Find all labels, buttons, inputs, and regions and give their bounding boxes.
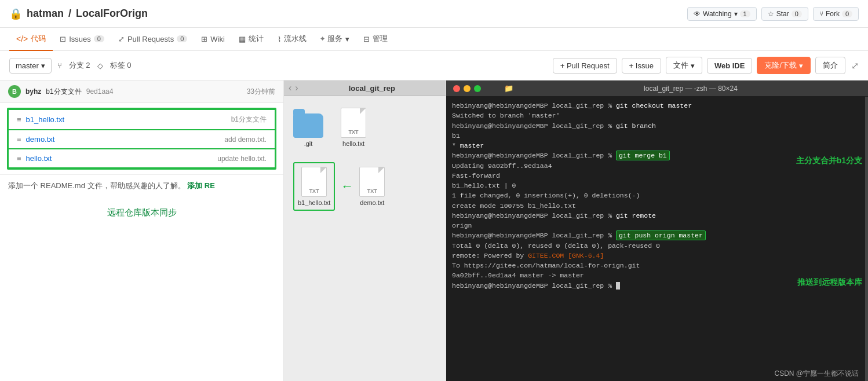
annotation-merge: 主分支合并b1分支	[796, 156, 862, 166]
services-dropdown-icon: ▾	[345, 35, 349, 43]
issue-button[interactable]: + Issue	[622, 58, 661, 74]
minimize-button[interactable]	[464, 85, 471, 92]
file-commit-msg: add demo.txt.	[101, 135, 267, 144]
clone-label: 克隆/下载	[764, 60, 797, 71]
pipeline-icon: ⌇	[278, 35, 281, 43]
tab-wiki-label: Wiki	[210, 35, 225, 43]
star-label: Star	[776, 10, 789, 18]
finder-item-git[interactable]: .git	[293, 113, 323, 147]
finder-item-hello[interactable]: TXT hello.txt	[341, 108, 366, 147]
pull-request-button[interactable]: + Pull Request	[553, 58, 617, 74]
file-dropdown-icon: ▾	[691, 61, 695, 70]
commit-hash: 9ed1aa4	[86, 87, 114, 96]
readme-bar: 添加一个 README.md 文件，帮助感兴趣的人了解。 添加 RE	[0, 174, 283, 197]
txt-file-icon-demo: TXT	[359, 167, 385, 197]
main-content: B byhz b1分支文件 9ed1aa4 33分钟前 ≡ b1_hello.t…	[0, 80, 868, 381]
finder-item-label-git: .git	[304, 140, 313, 147]
tab-code[interactable]: </> 代码	[9, 28, 53, 51]
file-item-hello[interactable]: ≡ hello.txt update hello.txt.	[8, 149, 275, 168]
webide-button[interactable]: Web IDE	[707, 58, 753, 74]
file-button[interactable]: 文件 ▾	[666, 57, 702, 74]
tab-code-label: 代码	[31, 34, 46, 44]
watching-label: Watching	[703, 10, 732, 18]
clone-button[interactable]: 克隆/下载 ▾	[757, 57, 811, 74]
tab-wiki[interactable]: ⊞ Wiki	[194, 29, 232, 50]
terminal-body[interactable]: hebinyang@hebinyangdeMBP local_git_rep %…	[446, 96, 868, 381]
nav-tabs: </> 代码 ⊡ Issues 0 ⤢ Pull Requests 0 ⊞ Wi…	[0, 28, 868, 51]
tag-icon: ◇	[97, 61, 103, 70]
fork-button[interactable]: ⑂ Fork 0	[813, 7, 859, 21]
tab-manage-label: 管理	[373, 34, 388, 44]
repo-name[interactable]: LocalForOrign	[76, 8, 148, 20]
file-name: b1_hello.txt	[26, 115, 101, 124]
finder-panel: ‹ › local_git_rep .git TXT hello.txt	[284, 80, 446, 381]
tab-manage[interactable]: ⊟ 管理	[356, 28, 395, 51]
file-item-demo[interactable]: ≡ demo.txt add demo.txt.	[8, 130, 275, 149]
fork-icon: ⑂	[819, 10, 823, 18]
toolbar-right: + Pull Request + Issue 文件 ▾ Web IDE 克隆/下…	[553, 57, 845, 74]
finder-item-b1hello[interactable]: TXT b1_hello.txt	[293, 162, 335, 211]
txt-file-icon-b1: TXT	[301, 167, 327, 197]
file-item-b1hello[interactable]: ≡ b1_hello.txt b1分支文件	[8, 109, 275, 130]
finder-nav: ‹ ›	[289, 83, 298, 93]
commit-author: byhz	[25, 87, 41, 96]
readme-link[interactable]: 添加 RE	[187, 181, 215, 190]
txt-file-icon: TXT	[341, 108, 366, 138]
annotation-push: 推送到远程版本库	[797, 277, 862, 288]
arrow-icon: ←	[341, 179, 353, 194]
tab-services[interactable]: ⌖ 服务 ▾	[313, 28, 356, 51]
tab-pipeline-label: 流水线	[284, 34, 307, 44]
finder-back-button[interactable]: ‹	[289, 83, 291, 93]
star-count: 0	[792, 10, 802, 17]
intro-button[interactable]: 简介	[815, 57, 845, 74]
tab-pipeline[interactable]: ⌇ 流水线	[271, 28, 313, 51]
branch-label: master	[16, 61, 39, 70]
issues-icon: ⊡	[60, 35, 66, 43]
repo-title: 🔒 hatman / LocalForOrign	[9, 8, 148, 20]
tab-pr-label: Pull Requests	[127, 35, 174, 43]
watching-dropdown-icon: ▾	[734, 10, 738, 18]
fork-count: 0	[842, 10, 852, 17]
tab-pullrequests[interactable]: ⤢ Pull Requests 0	[111, 29, 194, 50]
tab-services-label: 服务	[327, 34, 342, 44]
branch-dropdown-icon: ▾	[41, 61, 45, 70]
scrollbar[interactable]	[865, 97, 868, 381]
star-button[interactable]: ☆ Star 0	[761, 7, 808, 21]
watching-button[interactable]: 👁 Watching ▾ 1	[687, 7, 757, 21]
maximize-button[interactable]	[474, 85, 481, 92]
file-icon: ≡	[17, 154, 21, 163]
traffic-lights	[453, 85, 481, 92]
branch-select[interactable]: master ▾	[9, 58, 52, 74]
finder-item-label-hello: hello.txt	[342, 140, 364, 147]
tab-issues[interactable]: ⊡ Issues 0	[53, 29, 111, 50]
close-button[interactable]	[453, 85, 460, 92]
code-icon: </>	[16, 34, 28, 43]
file-icon: ≡	[17, 115, 21, 124]
finder-item-label-b1hello: b1_hello.txt	[298, 199, 330, 206]
finder-item-label-demo: demo.txt	[360, 199, 384, 206]
clone-dropdown-icon: ▾	[799, 61, 803, 70]
repo-owner[interactable]: hatman	[27, 8, 64, 20]
tab-issues-label: Issues	[69, 35, 91, 43]
file-list-wrapper: ≡ b1_hello.txt b1分支文件 ≡ demo.txt add dem…	[7, 108, 276, 170]
pr-icon: ⤢	[118, 35, 125, 43]
toolbar: master ▾ ⑂ 分支 2 ◇ 标签 0 + Pull Request + …	[0, 51, 868, 80]
file-name: hello.txt	[26, 154, 101, 163]
tab-stats[interactable]: ▦ 统计	[232, 28, 271, 51]
tab-stats-label: 统计	[249, 34, 264, 44]
services-icon: ⌖	[320, 34, 324, 43]
branch-count: 分支 2	[69, 60, 90, 71]
finder-content: .git TXT hello.txt TXT b1_hello.txt ←	[284, 96, 446, 381]
terminal-panel: 📁 local_git_rep — -zsh — 80×24 hebinyang…	[446, 80, 868, 381]
finder-row-1: .git TXT hello.txt	[293, 108, 366, 147]
file-label: 文件	[673, 60, 688, 71]
terminal-folder-icon: 📁	[504, 84, 513, 93]
tag-count: 标签 0	[110, 60, 132, 71]
file-panel: B byhz b1分支文件 9ed1aa4 33分钟前 ≡ b1_hello.t…	[0, 80, 284, 381]
finder-toolbar: ‹ › local_git_rep	[284, 80, 446, 96]
expand-icon[interactable]: ⤢	[851, 60, 859, 71]
finder-forward-button[interactable]: ›	[295, 83, 298, 93]
fork-label: Fork	[826, 10, 840, 18]
finder-item-demo[interactable]: TXT demo.txt	[359, 167, 385, 206]
avatar: B	[8, 85, 21, 98]
